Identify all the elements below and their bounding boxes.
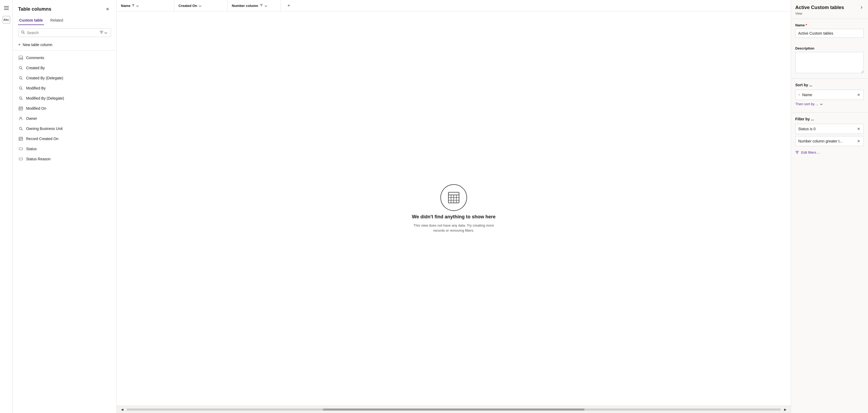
grid-col-name[interactable]: Name: [121, 0, 174, 11]
svg-rect-36: [19, 148, 22, 150]
svg-rect-31: [20, 139, 20, 139]
sort-remove-button[interactable]: ✕: [857, 92, 861, 97]
search-column-icon: [18, 75, 24, 81]
svg-rect-21: [22, 108, 22, 109]
list-item[interactable]: Record Created On: [13, 134, 117, 144]
grid-scrollbar: ◀ ▶: [117, 406, 791, 413]
name-field-label: Name *: [795, 23, 864, 27]
calendar-column-icon: [18, 106, 24, 111]
filter-section: Filter by ... Status is 0 ✕ Number colum…: [791, 113, 868, 161]
svg-rect-20: [21, 108, 21, 109]
tab-custom-table[interactable]: Custom table: [18, 16, 44, 25]
grid-col-created-on[interactable]: Created On: [174, 0, 227, 11]
column-label: Created By: [26, 66, 45, 70]
left-panel-header: Table columns ✕: [13, 0, 117, 13]
svg-rect-34: [20, 139, 20, 140]
filter-item-status: Status is 0 ✕: [795, 124, 864, 134]
grid-col-number[interactable]: Number column: [227, 0, 281, 11]
search-bar: [18, 28, 111, 37]
sort-field: ↑ Name ✕: [795, 90, 864, 100]
then-sort-chevron-icon: [820, 102, 823, 106]
abc-icon[interactable]: Abc: [3, 16, 10, 24]
rect-column-icon: [18, 156, 24, 162]
column-list: abc Comments Created By Created By (: [13, 52, 117, 413]
grid-header: Name Created On Number column: [117, 0, 791, 12]
list-item[interactable]: Created By (Delegate): [13, 73, 117, 83]
nav-rail: Abc: [0, 0, 13, 413]
list-item[interactable]: Modified On: [13, 103, 117, 114]
then-sort-label: Then sort by ...: [795, 102, 818, 106]
column-label: Owning Business Unit: [26, 126, 63, 131]
search-icon: [21, 30, 25, 35]
scroll-left-icon[interactable]: ◀: [120, 407, 124, 412]
filter-number-remove-button[interactable]: ✕: [857, 138, 861, 144]
sort-by-label: Sort by ...: [795, 83, 864, 87]
scrollbar-thumb[interactable]: [323, 409, 585, 411]
name-section: Name *: [791, 19, 868, 42]
svg-rect-32: [21, 139, 21, 139]
scrollbar-track[interactable]: [127, 409, 781, 411]
filter-button[interactable]: [99, 30, 108, 35]
number-col-chevron-icon: [265, 4, 267, 7]
number-col-filter-icon: [260, 4, 263, 7]
abc-column-icon: abc: [18, 55, 24, 60]
search-column-icon: [18, 126, 24, 131]
svg-rect-19: [20, 108, 20, 109]
list-item[interactable]: Status Reason: [13, 154, 117, 164]
list-item[interactable]: Owner: [13, 114, 117, 124]
search-column-icon: [18, 96, 24, 101]
name-field-input[interactable]: [795, 29, 864, 38]
created-on-col-chevron-icon: [199, 4, 202, 7]
empty-state: We didn't find anything to show here Thi…: [117, 12, 791, 406]
tab-related[interactable]: Related: [49, 16, 64, 25]
col-name-label: Name: [121, 4, 130, 8]
column-label: Status: [26, 147, 37, 151]
description-field-textarea[interactable]: [795, 52, 864, 73]
add-column-button[interactable]: +: [285, 2, 292, 9]
column-label: Status Reason: [26, 157, 51, 161]
list-item[interactable]: Status: [13, 144, 117, 154]
empty-subtitle: This view does not have any data. Try cr…: [411, 223, 496, 233]
rect-column-icon: [18, 146, 24, 152]
calendar-column-icon: [18, 136, 24, 141]
svg-rect-22: [20, 109, 20, 110]
right-panel-expand-button[interactable]: [860, 5, 864, 11]
list-item[interactable]: Owning Business Unit: [13, 124, 117, 134]
filter-item-number: Number column greater t... ✕: [795, 136, 864, 146]
search-column-icon: [18, 65, 24, 70]
filter-by-label: Filter by ...: [795, 117, 864, 121]
list-item[interactable]: abc Comments: [13, 53, 117, 63]
svg-line-26: [22, 129, 23, 130]
scroll-right-icon[interactable]: ▶: [783, 407, 787, 412]
column-label: Modified By (Delegate): [26, 96, 64, 100]
tab-bar: Custom table Related: [13, 13, 117, 25]
new-column-button[interactable]: + New table column: [13, 40, 117, 49]
filter-chevron-icon: [104, 31, 107, 35]
new-column-label: New table column: [23, 42, 52, 47]
search-input[interactable]: [27, 31, 96, 35]
left-panel-title: Table columns: [18, 6, 52, 12]
sort-asc-icon: ↑: [798, 93, 800, 97]
list-item[interactable]: Created By: [13, 63, 117, 73]
filter-status-remove-button[interactable]: ✕: [857, 126, 861, 131]
column-label: Created By (Delegate): [26, 76, 63, 80]
col-number-label: Number column: [232, 4, 258, 8]
edit-filters-button[interactable]: Edit filters ...: [795, 148, 864, 157]
svg-line-14: [22, 99, 23, 100]
list-item[interactable]: Modified By (Delegate): [13, 93, 117, 103]
right-panel-subtitle: View: [791, 12, 868, 19]
empty-icon: [440, 184, 467, 211]
svg-rect-2: [4, 9, 9, 10]
hamburger-icon[interactable]: [3, 4, 10, 12]
list-item[interactable]: Modified By: [13, 83, 117, 93]
svg-rect-33: [22, 139, 22, 139]
then-sort-button[interactable]: Then sort by ...: [795, 100, 864, 108]
svg-point-24: [20, 117, 22, 119]
right-panel: Active Custom tables View Name * Descrip…: [791, 0, 868, 413]
close-panel-button[interactable]: ✕: [104, 5, 111, 13]
edit-filters-label: Edit filters ...: [801, 151, 820, 154]
svg-rect-1: [4, 8, 9, 8]
sort-section: Sort by ... ↑ Name ✕ Then sort by ...: [791, 78, 868, 113]
column-label: Modified On: [26, 106, 46, 110]
svg-line-10: [22, 79, 23, 80]
